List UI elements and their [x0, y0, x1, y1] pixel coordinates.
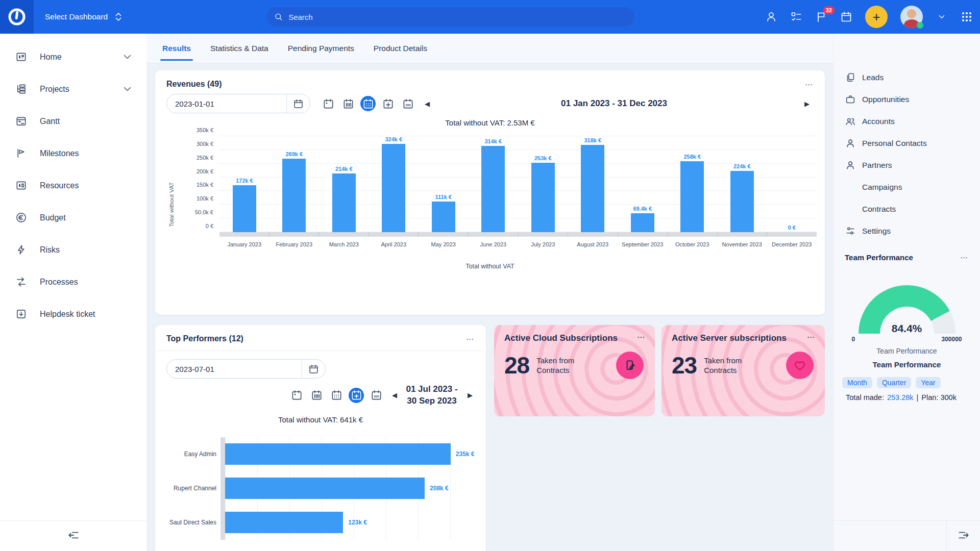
tp-bar[interactable]: [225, 478, 425, 499]
flag-badge: 32: [823, 6, 835, 14]
view-day-button[interactable]: [289, 388, 304, 403]
user-avatar[interactable]: [900, 6, 923, 28]
open-datepicker-button[interactable]: [286, 94, 310, 113]
x-axis-label: April 2023: [369, 241, 419, 247]
tp-bar[interactable]: [225, 443, 451, 465]
date-input[interactable]: [167, 365, 302, 373]
sidebar-item-label: Resources: [40, 181, 79, 190]
expand-sidebar-button[interactable]: [957, 529, 970, 543]
gauge-min-label: 0: [852, 336, 855, 343]
axis-segment: [618, 232, 668, 237]
revenue-bar[interactable]: [680, 161, 704, 232]
sidebar-item-gantt[interactable]: Gantt: [0, 105, 146, 137]
global-search[interactable]: [266, 7, 634, 27]
view-week-button[interactable]: [309, 388, 324, 403]
quarter-button[interactable]: Quarter: [877, 377, 911, 388]
crm-item-partners[interactable]: Partners: [834, 154, 980, 176]
year-button[interactable]: Year: [916, 377, 940, 388]
next-period-button[interactable]: ▶: [801, 98, 813, 110]
processes-icon: [15, 276, 27, 288]
sidebar-item-resources[interactable]: Resources: [0, 169, 146, 202]
collapse-sidebar-button[interactable]: [67, 529, 80, 543]
tab-product-details[interactable]: Product Details: [374, 34, 427, 63]
crm-item-accounts[interactable]: Accounts: [834, 110, 980, 132]
revenue-bar[interactable]: [282, 159, 306, 232]
bar-column: 0 €: [767, 136, 817, 232]
sidebar-item-label: Budget: [40, 213, 66, 222]
card-menu-button[interactable]: ⋯: [637, 333, 646, 341]
add-button[interactable]: +: [865, 6, 888, 28]
revenues-chart: Total without VAT 0 €50.0k €100k €150k €…: [155, 136, 825, 270]
plan-label: Plan: 300k: [921, 393, 957, 402]
apps-grid-icon[interactable]: [961, 11, 973, 23]
panel-menu-button[interactable]: ⋯: [960, 254, 969, 261]
view-week-button[interactable]: [340, 96, 356, 111]
view-quarter-button[interactable]: [380, 96, 396, 111]
search-input[interactable]: [288, 13, 627, 21]
panel-menu-button[interactable]: ⋯: [466, 335, 475, 343]
revenue-bar[interactable]: [581, 145, 604, 232]
tab-results[interactable]: Results: [162, 34, 191, 63]
revenue-bar[interactable]: [382, 144, 405, 232]
crm-item-leads[interactable]: Leads: [834, 66, 980, 88]
crm-item-settings[interactable]: Settings: [834, 220, 980, 242]
view-year-button[interactable]: [400, 96, 415, 111]
panel-menu-button[interactable]: ⋯: [805, 81, 814, 88]
crm-item-campaigns[interactable]: Campaigns: [834, 176, 980, 198]
total-made-value[interactable]: 253.28k: [887, 393, 914, 402]
sidebar-item-risks[interactable]: Risks: [0, 234, 146, 266]
crm-item-personal-contacts[interactable]: Personal Contacts: [834, 132, 980, 154]
flag-icon[interactable]: 32: [815, 11, 827, 23]
sidebar-item-processes[interactable]: Processes: [0, 266, 146, 298]
open-datepicker-button[interactable]: [302, 360, 325, 378]
bar-value-label: 111k €: [435, 194, 452, 200]
sidebar-item-helpdesk[interactable]: Helpdesk ticket: [0, 298, 146, 330]
revenue-bar[interactable]: [233, 185, 256, 232]
prev-period-button[interactable]: ◀: [389, 389, 400, 401]
y-axis-tick: 100k €: [167, 195, 213, 202]
tp-bar[interactable]: [225, 512, 343, 533]
card-menu-button[interactable]: ⋯: [807, 333, 816, 341]
revenue-bar[interactable]: [432, 202, 455, 232]
sidebar-item-projects[interactable]: Projects: [0, 73, 146, 105]
avatar-chevron-down-icon[interactable]: [936, 11, 948, 23]
next-period-button[interactable]: ▶: [464, 389, 476, 401]
month-button[interactable]: Month: [842, 377, 872, 388]
revenue-bar[interactable]: [332, 173, 356, 232]
axis-segment: [319, 232, 369, 237]
view-quarter-button[interactable]: [349, 388, 364, 403]
crm-item-label: Contracts: [862, 205, 896, 214]
total-made-label: Total made:: [846, 393, 884, 402]
tab-statistics-data[interactable]: Statistics & Data: [210, 34, 268, 63]
profile-icon[interactable]: [765, 11, 777, 23]
view-day-button[interactable]: [321, 96, 336, 111]
crm-item-contracts[interactable]: Contracts: [834, 198, 980, 220]
sidebar-item-home[interactable]: Home: [0, 41, 146, 73]
revenue-bar[interactable]: [531, 163, 555, 232]
crm-item-label: Opportunities: [862, 95, 909, 104]
app-logo[interactable]: [0, 0, 34, 34]
crm-menu: Leads Opportunities Accounts Personal Co…: [834, 34, 980, 242]
view-year-button[interactable]: [369, 388, 384, 403]
sidebar-item-budget[interactable]: Budget: [0, 202, 146, 234]
prev-period-button[interactable]: ◀: [422, 98, 433, 110]
panel-title: Top Performers (12): [166, 334, 243, 343]
sidebar-item-milestones[interactable]: Milestones: [0, 137, 146, 169]
left-sidebar: Home Projects Gantt Milestones Resources…: [0, 34, 146, 551]
revenue-bar[interactable]: [631, 213, 654, 232]
calendar-icon[interactable]: [840, 11, 852, 23]
tab-pending-payments[interactable]: Pending Payments: [288, 34, 354, 63]
axis-segment: [767, 232, 817, 237]
revenue-bar[interactable]: [481, 146, 505, 232]
view-month-button[interactable]: [360, 96, 376, 111]
milestone-flag-icon: [15, 147, 27, 159]
tasks-icon[interactable]: [790, 11, 802, 23]
card-title: Active Server subscriptions: [672, 333, 787, 343]
crm-item-label: Personal Contacts: [862, 139, 927, 148]
crm-item-opportunities[interactable]: Opportunities: [834, 88, 980, 110]
view-month-button[interactable]: [329, 388, 344, 403]
plus-icon: +: [872, 10, 880, 23]
date-input[interactable]: [167, 99, 286, 108]
dashboard-selector[interactable]: Select Dashboard: [45, 12, 122, 22]
revenue-bar[interactable]: [730, 171, 754, 232]
